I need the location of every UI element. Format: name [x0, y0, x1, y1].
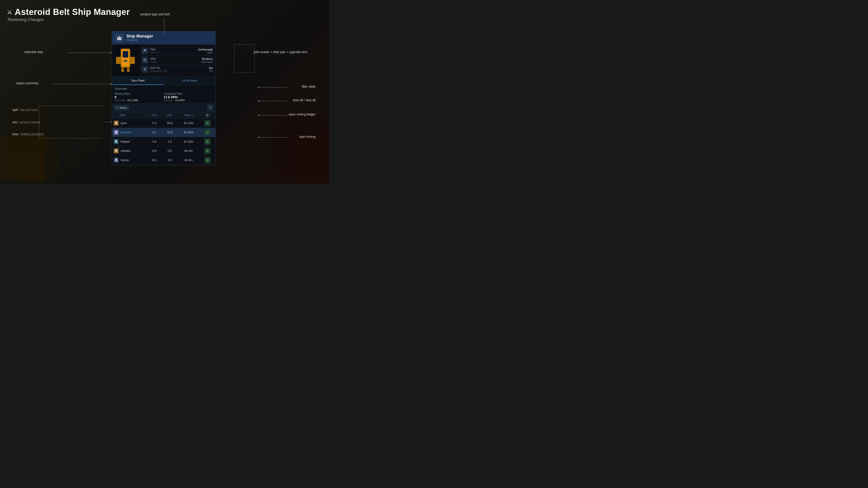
- tab-your-fleet[interactable]: Your Fleet: [112, 76, 164, 85]
- combined-rate-stat: Combined Rate 17.6 OPH Average: 4.9 OPH: [164, 92, 213, 102]
- tab-local-ships[interactable]: Local Ships: [164, 76, 215, 85]
- time-cell-2: 1h 18m: [178, 137, 199, 146]
- svg-rect-69: [117, 160, 118, 161]
- annotation-filter-table: filter table: [302, 85, 315, 88]
- ship-thumb-1: [114, 130, 119, 135]
- annotation-ore: ore / amount mined: [12, 121, 40, 124]
- ships-table-body: Lynx 5.3 16.9 3h 13m: [112, 119, 215, 165]
- app-title: Asteroid Belt Ship Manager: [15, 7, 130, 17]
- ship-mini-icon-3: [114, 149, 118, 153]
- ore-cell-2: 1.9: [162, 137, 178, 146]
- svg-rect-8: [120, 38, 121, 40]
- ship-icon: [142, 57, 148, 63]
- mine-action-icon-4: [206, 159, 209, 162]
- mine-action-icon-3: [206, 149, 209, 153]
- ore-cell-4: 0.0: [162, 156, 178, 165]
- annotation-bracket-columns: [39, 106, 102, 138]
- svg-marker-36: [207, 114, 209, 116]
- annotation-open-ledger: open mining ledger: [289, 112, 315, 116]
- time-cell-3: 0h 0m: [178, 146, 199, 156]
- svg-rect-48: [117, 132, 118, 133]
- svg-rect-67: [116, 159, 117, 160]
- status-filter-dropdown[interactable]: ▼ Status: [114, 105, 129, 110]
- overview-section: Overview Mining Ships 9 Extracted: 55.2 …: [112, 85, 215, 104]
- svg-rect-21: [127, 70, 129, 72]
- ship-name-1: Bruticus: [121, 131, 131, 134]
- ship-info-grid: Pilot User ID: 0xHeimdall 0001 Ship: [139, 44, 215, 76]
- svg-rect-6: [117, 38, 119, 40]
- mine-action-button-4[interactable]: [205, 157, 211, 163]
- svg-rect-20: [121, 70, 124, 72]
- ship-cell-1: Bruticus: [112, 128, 147, 137]
- annotation-window-type: window type and belt: [140, 12, 170, 16]
- mine-action-button-1[interactable]: [205, 129, 211, 135]
- svg-rect-24: [124, 60, 127, 62]
- mine-action-button-3[interactable]: [205, 148, 211, 154]
- ship-mini-icon-4: [114, 158, 118, 162]
- svg-rect-16: [116, 57, 121, 64]
- ship-name-0: Lynx: [121, 121, 127, 125]
- ore-cell-0: 16.9: [162, 119, 178, 128]
- drill-label: Drill Tier Propulsion Tier:: [150, 66, 207, 72]
- svg-marker-50: [207, 131, 209, 133]
- action-cell-4: [199, 156, 215, 165]
- table-row[interactable]: Lynx 5.3 16.9 3h 13m: [112, 119, 215, 128]
- svg-rect-39: [116, 122, 117, 123]
- drill-icon: [142, 66, 148, 72]
- action-cell-3: [199, 146, 215, 156]
- action-cell-0: [199, 119, 215, 128]
- annotation-line-ledger: [258, 115, 287, 116]
- overview-title: Overview: [115, 87, 213, 90]
- mine-action-button-0[interactable]: [205, 120, 211, 126]
- panel-header-text: Ship Manager FR-M07Z: [126, 34, 212, 42]
- svg-point-11: [120, 37, 121, 38]
- mine-action-button-2[interactable]: [205, 139, 211, 144]
- annotation-pilot-info: pilot avatar + ship type + upgrade tiers: [254, 50, 308, 54]
- table-row[interactable]: Arbalist 0.0 0.0 0h 0m: [112, 146, 215, 156]
- selected-ship-section: Pilot User ID: 0xHeimdall 0001 Ship: [112, 44, 215, 76]
- col-header-ship: Ship: [112, 112, 147, 119]
- col-header-time: Time ▼: [178, 112, 199, 119]
- status-filter-label: Status: [119, 106, 127, 109]
- ore-cell-1: 15.5: [162, 128, 178, 137]
- table-row[interactable]: Hopper 1.6 1.9 1h 18m: [112, 137, 215, 146]
- ship-value: Bruticus Command: [201, 57, 213, 63]
- ship-class-row: Ship Class: Bruticus Command: [142, 56, 213, 65]
- filter-row: ▼ Status: [112, 104, 215, 112]
- oph-cell-3: 0.0: [147, 146, 162, 156]
- table-row[interactable]: Bruticus 3.1 15.5 2h 45m: [112, 128, 215, 137]
- oph-cell-1: 3.1: [147, 128, 162, 137]
- ore-cell-3: 0.0: [162, 146, 178, 156]
- filter-options-button[interactable]: [207, 105, 214, 111]
- panel-title: Ship Manager: [126, 34, 212, 39]
- filter-icon: [209, 106, 212, 109]
- svg-rect-61: [115, 151, 116, 152]
- svg-point-10: [119, 36, 120, 37]
- svg-marker-71: [207, 159, 209, 161]
- ship-thumb-2: [114, 139, 119, 144]
- average-label-val: Average: 4.9 OPH: [164, 99, 213, 102]
- time-cell-1: 2h 45m: [178, 128, 199, 137]
- annotation-line-start-mining: [258, 137, 287, 138]
- annotation-bracket-arrow: [111, 121, 112, 123]
- ship-name-4: Xenon: [121, 158, 129, 162]
- annotation-arrow-filter: [258, 86, 259, 88]
- annotation-arrow-start-mining: [258, 136, 259, 138]
- oph-cell-4: 0.0: [147, 156, 162, 165]
- mining-ships-value: 9: [115, 95, 164, 99]
- oph-cell-0: 5.3: [147, 119, 162, 128]
- app-subtitle: Reviewing Changes: [8, 18, 130, 22]
- ship-mini-icon-2: [114, 140, 118, 144]
- annotation-line-selected-ship: [68, 53, 111, 53]
- overview-stats: Mining Ships 9 Extracted: 55.2 ORE Combi…: [115, 92, 213, 102]
- annotation-line-start-stop: [258, 101, 287, 101]
- annotation-line-status: [53, 84, 112, 84]
- annotation-status-summary: status summary: [16, 81, 39, 85]
- table-row[interactable]: Xenon 0.0 0.0 0h 0m: [112, 156, 215, 165]
- mine-action-icon-1: [206, 131, 209, 134]
- action-cell-2: [199, 137, 215, 146]
- svg-rect-27: [144, 59, 146, 60]
- annotation-arrow-start-stop: [258, 100, 259, 102]
- ship-mini-icon-1: [114, 130, 118, 134]
- combined-rate-label: Combined Rate: [164, 92, 213, 95]
